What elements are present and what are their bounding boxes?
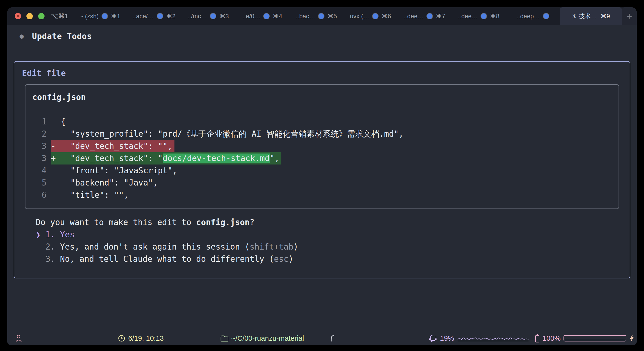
- tab-shortcut: ⌘9: [600, 13, 610, 20]
- tab-shortcut: ⌘1: [111, 13, 120, 20]
- tab-9[interactable]: ..deep…: [506, 7, 560, 25]
- tab-activity-indicator-icon: [157, 13, 163, 19]
- status-time: 6/19, 10:13: [128, 334, 164, 343]
- selection-caret: [36, 241, 46, 253]
- option-3[interactable]: 3. No, and tell Claude what to do differ…: [36, 253, 622, 265]
- tab-title: ..ace/…: [132, 13, 154, 20]
- tab-title: ~ (zsh): [80, 13, 98, 20]
- cpu-chip-icon: [429, 334, 437, 343]
- line-number: 5: [32, 177, 46, 189]
- diff-marker: -: [51, 140, 61, 152]
- cwd-widget: ~/C/00-ruanzu-material: [220, 332, 304, 345]
- tab-8[interactable]: ..dee…⌘8: [452, 7, 506, 25]
- diff-line-ctx: 1 {: [32, 116, 612, 128]
- option-1[interactable]: ❯1. Yes: [36, 229, 622, 241]
- diff-marker: [51, 116, 61, 128]
- tab-title: ✳ 技术…: [572, 12, 597, 20]
- tab-activity-indicator-icon: [481, 13, 486, 19]
- diff-marker: +: [51, 152, 61, 164]
- minimize-window-button[interactable]: [26, 13, 33, 19]
- option-number: 2.: [46, 242, 60, 252]
- diff-marker: [51, 177, 61, 189]
- tab-title: ..dee…: [458, 13, 478, 20]
- tab-1[interactable]: ~ (zsh)⌘1: [73, 7, 127, 25]
- selection-caret: ❯: [36, 229, 46, 241]
- tab-shortcut: ⌘5: [328, 13, 337, 20]
- option-label: No, and tell Claude what to do different…: [60, 254, 269, 264]
- option-number: 3.: [46, 254, 60, 264]
- file-diff-box: config.json 1 {2 "system_profile": "prd/…: [25, 84, 619, 209]
- confirm-options: ❯1. Yes 2. Yes, and don't ask again this…: [36, 229, 622, 265]
- battery-icon: [535, 334, 540, 343]
- tab-6[interactable]: uvx (…⌘6: [344, 7, 398, 25]
- todo-status-row: ● Update Todos: [7, 25, 637, 42]
- status-battery-percent: 100%: [542, 334, 560, 343]
- line-number: 4: [32, 164, 46, 177]
- cpu-widget: 19%: [429, 332, 530, 345]
- tab-2[interactable]: ..ace/…⌘2: [127, 7, 181, 25]
- cpu-sparkline: [457, 334, 530, 342]
- tab-shortcut: ⌘7: [436, 13, 445, 20]
- traffic-lights: [7, 7, 51, 25]
- tab-3[interactable]: ../mc…⌘3: [181, 7, 236, 25]
- question-filename: config.json: [196, 218, 250, 227]
- option-number: 1.: [46, 230, 60, 239]
- battery-level-bar: [564, 335, 627, 342]
- todo-bullet-icon: ●: [20, 33, 24, 40]
- tab-activity-indicator-icon: [544, 13, 549, 19]
- tab-bar: ⌥⌘1 ~ (zsh)⌘1..ace/…⌘2../mc…⌘3..e/0…⌘4..…: [7, 7, 637, 25]
- todo-label: Update Todos: [32, 31, 92, 41]
- tab-7[interactable]: ..dee…⌘7: [398, 7, 452, 25]
- tab-activity-indicator-icon: [427, 13, 432, 19]
- tab-activity-indicator-icon: [318, 13, 324, 19]
- window-number-label: ⌥⌘1: [51, 7, 73, 25]
- person-icon: [15, 334, 22, 343]
- tab-10[interactable]: ✳ 技术…⌘9: [560, 7, 622, 25]
- zoom-window-button[interactable]: [38, 13, 44, 19]
- diff-line-ctx: 6 "title": "",: [32, 189, 612, 201]
- diff-filename: config.json: [32, 91, 612, 103]
- tab-activity-indicator-icon: [102, 13, 108, 19]
- new-tab-button[interactable]: +: [622, 7, 637, 25]
- status-cpu-percent: 19%: [440, 334, 454, 343]
- tab-title: ..deep…: [517, 13, 540, 20]
- tab-activity-indicator-icon: [264, 13, 269, 19]
- diff-line-add: 3+ "dev_tech_stack": "docs/dev-tech-stac…: [32, 152, 612, 164]
- option-label: Yes, and don't ask again this session: [60, 242, 245, 252]
- terminal-window: ⌥⌘1 ~ (zsh)⌘1..ace/…⌘2../mc…⌘3..e/0…⌘4..…: [7, 7, 637, 345]
- edit-file-dialog: Edit file config.json 1 {2 "system_profi…: [14, 61, 630, 278]
- line-number: 6: [32, 189, 46, 201]
- git-branch-icon: [328, 334, 336, 343]
- user-indicator: [15, 332, 22, 345]
- selection-caret: [36, 253, 46, 265]
- terminal-content: ● Update Todos Edit file config.json 1 {…: [7, 25, 637, 278]
- tab-title: ..e/0…: [242, 13, 260, 20]
- added-text-highlight: docs/dev-tech-stack.md: [163, 153, 270, 163]
- line-number: 3: [32, 140, 46, 152]
- battery-widget: 100%: [535, 332, 634, 345]
- tab-title: ..dee…: [404, 13, 424, 20]
- tab-5[interactable]: ..bac…⌘5: [290, 7, 344, 25]
- tab-title: ..bac…: [296, 13, 315, 20]
- tab-title: ../mc…: [188, 13, 207, 20]
- tab-4[interactable]: ..e/0…⌘4: [236, 7, 290, 25]
- tab-shortcut: ⌘4: [272, 13, 282, 20]
- tab-shortcut: ⌘8: [490, 13, 500, 20]
- diff-code: 1 {2 "system_profile": "prd/《基于企业微信的 AI …: [32, 116, 612, 201]
- tab-shortcut: ⌘3: [219, 13, 229, 20]
- tab-strip: ~ (zsh)⌘1..ace/…⌘2../mc…⌘3..e/0…⌘4..bac……: [73, 7, 622, 25]
- line-number: 3: [32, 152, 46, 164]
- dialog-title: Edit file: [22, 68, 622, 78]
- option-2[interactable]: 2. Yes, and don't ask again this session…: [36, 241, 622, 253]
- close-window-button[interactable]: [15, 13, 21, 19]
- tab-title: uvx (…: [350, 13, 369, 20]
- diff-line-del: 3- "dev_tech_stack": "",: [32, 140, 612, 152]
- folder-icon: [220, 335, 228, 342]
- diff-marker: [51, 189, 61, 201]
- option-key-hint: esc: [274, 254, 289, 264]
- status-path: ~/C/00-ruanzu-material: [231, 334, 304, 343]
- diff-line-ctx: 5 "backend": "Java",: [32, 177, 612, 189]
- diff-line-ctx: 2 "system_profile": "prd/《基于企业微信的 AI 智能化…: [32, 128, 612, 140]
- tab-activity-indicator-icon: [210, 13, 216, 19]
- diff-marker: [51, 164, 61, 177]
